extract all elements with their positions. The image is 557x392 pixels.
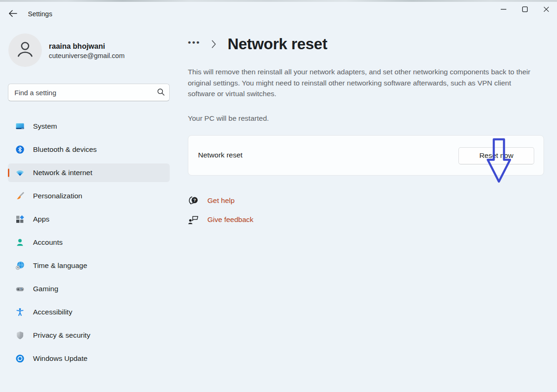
window-controls: [493, 0, 557, 20]
sidebar-item-label: System: [33, 122, 57, 131]
privacy-shield-icon: [15, 331, 25, 340]
network-reset-card: Network reset Reset now: [188, 135, 544, 176]
personalization-brush-icon: [15, 191, 25, 201]
profile-email: cuteuniverse@gmail.com: [49, 52, 125, 59]
chevron-right-icon: [212, 40, 216, 48]
sidebar-item-windows-update[interactable]: Windows Update: [8, 349, 170, 368]
selected-indicator: [8, 169, 9, 177]
maximize-icon: [522, 6, 528, 14]
sidebar-item-accounts[interactable]: Accounts: [8, 233, 170, 252]
apps-icon: [15, 215, 25, 224]
restart-note: Your PC will be restarted.: [188, 114, 544, 123]
help-links: ? Get help Give feedback: [188, 195, 544, 225]
system-icon: [15, 122, 25, 131]
sidebar-item-gaming[interactable]: Gaming: [8, 280, 170, 298]
sidebar-item-apps[interactable]: Apps: [8, 210, 170, 229]
sidebar-item-label: Windows Update: [33, 354, 87, 363]
bluetooth-icon: [15, 145, 25, 154]
main-content: ••• Network reset This will remove then …: [188, 24, 544, 233]
breadcrumb: ••• Network reset: [188, 33, 544, 55]
search-input[interactable]: [8, 84, 170, 101]
person-icon: [15, 39, 35, 61]
svg-text:?: ?: [193, 197, 196, 203]
settings-window: Settings: [0, 0, 557, 392]
accounts-icon: [15, 238, 25, 247]
minimize-button[interactable]: [493, 0, 514, 20]
sidebar-item-privacy-security[interactable]: Privacy & security: [8, 326, 170, 345]
sidebar-item-bluetooth-devices[interactable]: Bluetooth & devices: [8, 140, 170, 159]
time-language-icon: [15, 261, 25, 270]
page-title: Network reset: [227, 35, 327, 53]
sidebar-item-label: Bluetooth & devices: [33, 145, 97, 154]
accessibility-icon: [15, 307, 25, 317]
back-button[interactable]: [6, 7, 20, 21]
sidebar-item-label: Personalization: [33, 192, 82, 200]
sidebar-item-label: Apps: [33, 215, 49, 223]
sidebar-item-label: Privacy & security: [33, 331, 90, 340]
sidebar-item-label: Accessibility: [33, 308, 72, 316]
sidebar-item-accessibility[interactable]: Accessibility: [8, 303, 170, 321]
get-help-icon: ?: [188, 195, 200, 206]
sidebar-nav: System Bluetooth & devices: [8, 117, 170, 372]
profile-name: raaina bhojwani: [49, 42, 105, 51]
close-icon: [544, 6, 549, 14]
gaming-icon: [15, 284, 25, 294]
minimize-icon: [501, 6, 506, 14]
titlebar: Settings: [0, 2, 557, 24]
close-button[interactable]: [536, 0, 557, 20]
give-feedback-icon: [188, 214, 200, 225]
sidebar-item-label: Network & internet: [33, 169, 93, 177]
search-box: [8, 84, 170, 101]
sidebar: raaina bhojwani cuteuniverse@gmail.com: [0, 24, 178, 392]
sidebar-item-label: Gaming: [33, 285, 58, 293]
windows-update-icon: [15, 354, 25, 363]
back-arrow-icon: [8, 10, 17, 19]
get-help-link[interactable]: Get help: [207, 196, 235, 205]
give-feedback-link[interactable]: Give feedback: [207, 216, 253, 224]
get-help-row: ? Get help: [188, 195, 544, 206]
sidebar-item-system[interactable]: System: [8, 117, 170, 136]
sidebar-item-label: Accounts: [33, 238, 63, 247]
avatar: [8, 33, 42, 67]
sidebar-item-personalization[interactable]: Personalization: [8, 187, 170, 205]
breadcrumb-ellipsis-button[interactable]: •••: [188, 38, 200, 51]
app-title: Settings: [28, 10, 52, 18]
give-feedback-row: Give feedback: [188, 214, 544, 225]
sidebar-item-label: Time & language: [33, 261, 87, 270]
maximize-button[interactable]: [514, 0, 536, 20]
card-label: Network reset: [198, 151, 243, 159]
user-profile[interactable]: raaina bhojwani cuteuniverse@gmail.com: [8, 33, 166, 67]
sidebar-item-network-internet[interactable]: Network & internet: [8, 163, 170, 182]
reset-now-button[interactable]: Reset now: [458, 147, 534, 164]
search-icon: [157, 88, 165, 98]
sidebar-item-time-language[interactable]: Time & language: [8, 256, 170, 275]
page-description: This will remove then reinstall all your…: [188, 66, 536, 99]
wifi-icon: [15, 168, 25, 177]
